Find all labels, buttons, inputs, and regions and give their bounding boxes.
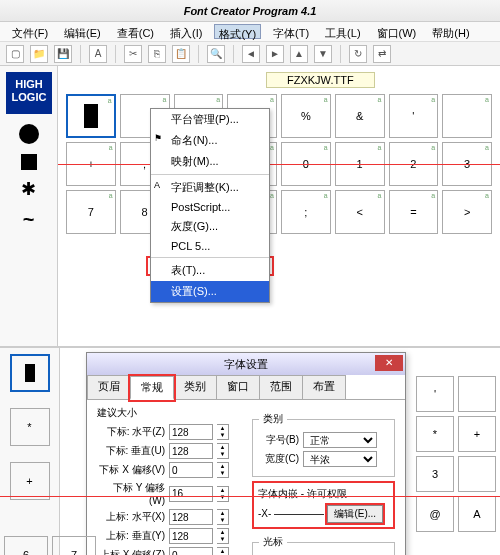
menu-tools[interactable]: 工具(L) (321, 24, 364, 39)
embed-permission-box: 字体内嵌 - 许可权限 -X- 编辑(E)... (252, 481, 395, 529)
class-select[interactable]: 正常 (303, 432, 377, 448)
glyph-cell[interactable]: + (10, 462, 50, 500)
menu-bar: 文件(F) 编辑(E) 查看(C) 插入(I) 格式(Y) 字体(T) 工具(L… (0, 22, 500, 42)
glyph-grid-area: FZXKJW.TTF a a #a $a %a &a 'a a +a ,a .a… (58, 66, 500, 346)
paste-icon[interactable]: 📋 (172, 45, 190, 63)
spinner[interactable]: ▲▼ (217, 547, 229, 555)
glyph-cell[interactable]: a (66, 94, 116, 138)
tab-range[interactable]: 范围 (259, 375, 303, 399)
size-hint-label: 建议大小 (97, 406, 240, 420)
glyph-cell[interactable]: @ (416, 496, 454, 532)
menu-edit[interactable]: 编辑(E) (60, 24, 105, 39)
glyph-cell[interactable]: + (458, 416, 496, 452)
spinner[interactable]: ▲▼ (217, 443, 229, 459)
menu-item-kerning[interactable]: A字距调整(K)... (151, 177, 269, 198)
arrow-up-icon[interactable]: ▲ (290, 45, 308, 63)
menu-item-gray[interactable]: 灰度(G)... (151, 216, 269, 237)
glyph-cell[interactable]: ' (416, 376, 454, 412)
glyph-cell[interactable]: &a (335, 94, 385, 138)
menu-help[interactable]: 帮助(H) (428, 24, 473, 39)
glyph-cell[interactable]: %a (281, 94, 331, 138)
save-icon[interactable]: 💾 (54, 45, 72, 63)
sub-yoff-input[interactable] (169, 486, 213, 502)
spinner[interactable]: ▲▼ (217, 509, 229, 525)
glyph-cell[interactable]: ;a (281, 190, 331, 234)
glyph-cell[interactable]: =a (389, 190, 439, 234)
menu-insert[interactable]: 插入(I) (166, 24, 206, 39)
menu-item-name[interactable]: ⚑命名(N)... (151, 130, 269, 151)
menu-item-platform[interactable]: 平台管理(P)... (151, 109, 269, 130)
sub-v-input[interactable] (169, 443, 213, 459)
menu-item-table[interactable]: 表(T)... (151, 260, 269, 281)
sub-h-input[interactable] (169, 424, 213, 440)
flip-icon[interactable]: ⇄ (373, 45, 391, 63)
open-icon[interactable]: 📁 (30, 45, 48, 63)
spinner[interactable]: ▲▼ (217, 486, 229, 502)
search-icon[interactable]: 🔍 (207, 45, 225, 63)
sidebar: HIGHLOGIC ✱ ~ (0, 66, 58, 346)
sub-xoff-input[interactable] (169, 462, 213, 478)
glyph-cell[interactable] (458, 376, 496, 412)
arrow-down-icon[interactable]: ▼ (314, 45, 332, 63)
tab-layout[interactable]: 布置 (302, 375, 346, 399)
tilde-icon: ~ (23, 208, 35, 231)
dialog-titlebar[interactable]: 字体设置✕ (87, 353, 405, 375)
document-filename: FZXKJW.TTF (266, 72, 375, 88)
glyph-cell[interactable]: 'a (389, 94, 439, 138)
logo: HIGHLOGIC (6, 72, 52, 114)
glyph-cell[interactable]: 6 (4, 536, 48, 555)
annotation-line (0, 496, 500, 497)
rotate-icon[interactable]: ↻ (349, 45, 367, 63)
close-button[interactable]: ✕ (375, 355, 403, 371)
tab-class[interactable]: 类别 (173, 375, 217, 399)
arrow-left-icon[interactable]: ◄ (242, 45, 260, 63)
copy-icon[interactable]: ⎘ (148, 45, 166, 63)
menu-file[interactable]: 文件(F) (8, 24, 52, 39)
menu-item-pcl[interactable]: PCL 5... (151, 237, 269, 255)
square-icon (21, 154, 37, 170)
glyph-cell[interactable]: A (458, 496, 496, 532)
arrow-right-icon[interactable]: ► (266, 45, 284, 63)
test-icon[interactable]: A (89, 45, 107, 63)
star-icon: ✱ (21, 180, 36, 198)
tab-window[interactable]: 窗口 (216, 375, 260, 399)
tab-general[interactable]: 常规 (130, 376, 174, 400)
sup-xoff-input[interactable] (169, 547, 213, 555)
dialog-tabs: 页眉 常规 类别 窗口 范围 布置 (87, 375, 405, 400)
spinner[interactable]: ▲▼ (217, 424, 229, 440)
glyph-cell[interactable]: * (416, 416, 454, 452)
tab-header[interactable]: 页眉 (87, 375, 131, 399)
spinner[interactable]: ▲▼ (217, 528, 229, 544)
new-icon[interactable]: ▢ (6, 45, 24, 63)
glyph-cell[interactable]: a (442, 94, 492, 138)
menu-font[interactable]: 字体(T) (269, 24, 313, 39)
toolbar-main: ▢ 📁 💾 A ✂ ⎘ 📋 🔍 ◄ ► ▲ ▼ ↻ ⇄ (0, 42, 500, 66)
annotation-line (58, 164, 500, 165)
cut-icon[interactable]: ✂ (124, 45, 142, 63)
sup-v-input[interactable] (169, 528, 213, 544)
menu-format[interactable]: 格式(Y) (214, 24, 261, 39)
glyph-cell[interactable]: * (10, 408, 50, 446)
glyph-cell[interactable]: 7a (66, 190, 116, 234)
glyph-cell[interactable]: 3 (416, 456, 454, 492)
width-select[interactable]: 半浓 (303, 451, 377, 467)
menu-item-map[interactable]: 映射(M)... (151, 151, 269, 172)
glyph-cell[interactable]: 7 (52, 536, 96, 555)
menu-item-postscript[interactable]: PostScript... (151, 198, 269, 216)
sup-h-input[interactable] (169, 509, 213, 525)
glyph-cell[interactable] (10, 354, 50, 392)
title-bar: Font Creator Program 4.1 (0, 0, 500, 22)
edit-button[interactable]: 编辑(E)... (327, 505, 383, 523)
glyph-cell[interactable] (458, 456, 496, 492)
glyph-cell[interactable]: >a (442, 190, 492, 234)
glyph-cell[interactable]: <a (335, 190, 385, 234)
menu-view[interactable]: 查看(C) (113, 24, 158, 39)
menu-item-settings[interactable]: 设置(S)... (151, 281, 269, 302)
font-settings-dialog: 字体设置✕ 页眉 常规 类别 窗口 范围 布置 建议大小 下标: 水平(Z)▲▼… (86, 352, 406, 555)
circle-icon (19, 124, 39, 144)
format-dropdown: 平台管理(P)... ⚑命名(N)... 映射(M)... A字距调整(K)..… (150, 108, 270, 303)
menu-window[interactable]: 窗口(W) (373, 24, 421, 39)
left-glyph-strip: * + (0, 348, 60, 555)
spinner[interactable]: ▲▼ (217, 462, 229, 478)
